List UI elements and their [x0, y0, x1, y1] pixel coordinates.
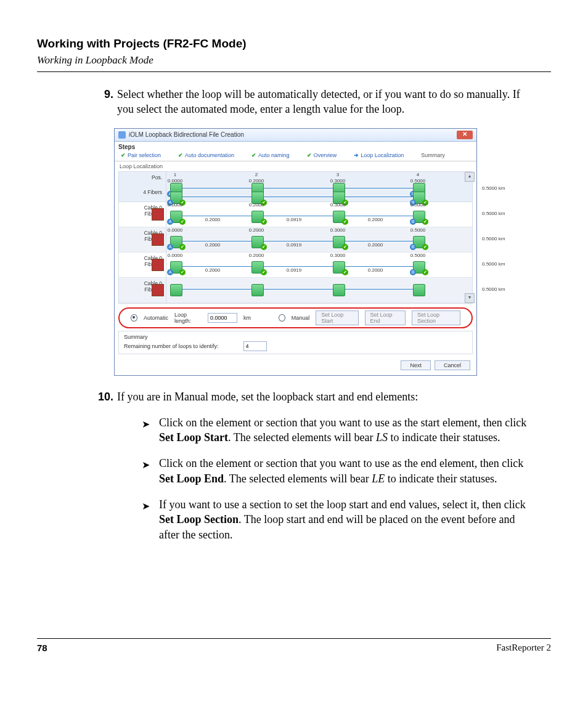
fiber-diagram: Pos. 4 Fibers 1 2 3 4 0.0000 0.2000 0.30…: [118, 171, 473, 304]
step-text: If you are in Manual mode, set the loopb…: [117, 391, 418, 403]
tab-pair-selection[interactable]: ✔Pair selection: [121, 152, 161, 158]
tab-overview[interactable]: ✔Overview: [307, 152, 337, 158]
tab-loop-localization[interactable]: ➔Loop Localization: [354, 152, 404, 158]
node-icon[interactable]: A✔: [170, 236, 182, 248]
header-label: Pos. 4 Fibers: [119, 172, 166, 201]
bullet-item: ➤ Click on the element or section that y…: [142, 415, 533, 445]
set-loop-start-button[interactable]: Set Loop Start: [316, 310, 358, 325]
tab-auto-naming[interactable]: ✔Auto naming: [251, 152, 290, 158]
close-button[interactable]: ✕: [457, 131, 473, 139]
node-icon[interactable]: B✔: [413, 236, 425, 248]
fiber-icon: [152, 284, 164, 296]
summary-box: Summary Remaining number of loops to ide…: [118, 331, 473, 354]
page-footer: 78 FastReporter 2: [37, 638, 551, 653]
titlebar: iOLM Loopback Bidirectional File Creatio…: [115, 129, 476, 142]
check-icon: ✔: [121, 152, 126, 158]
fiber-row[interactable]: Cable 0Fiber000.00000.20000.30000.5000A✔…: [119, 227, 472, 253]
header-rule: [37, 71, 551, 72]
tab-auto-documentation[interactable]: ✔Auto documentation: [178, 152, 234, 158]
set-loop-section-button[interactable]: Set Loop Section: [412, 310, 460, 325]
automatic-radio[interactable]: [131, 314, 137, 322]
app-icon: [118, 131, 126, 139]
bullet-marker-icon: ➤: [142, 458, 150, 472]
loop-controls-highlight: Automatic Loop length: km Manual Set Loo…: [118, 307, 473, 328]
scroll-down[interactable]: ▾: [465, 293, 475, 303]
node-icon[interactable]: ✔: [333, 236, 345, 248]
summary-label: Summary: [124, 334, 467, 340]
fiber-icon: [152, 208, 164, 221]
node-icon[interactable]: A✔: [170, 261, 182, 274]
manual-radio[interactable]: [279, 314, 285, 322]
bullet-list: ➤ Click on the element or section that y…: [142, 415, 533, 542]
header-body: 1 2 3 4 0.0000 0.2000 0.3000 0.5000 A B …: [166, 172, 472, 201]
node-icon[interactable]: B✔: [413, 211, 425, 223]
step-number: 10.: [94, 389, 117, 404]
wizard-tabs: ✔Pair selection ✔Auto documentation ✔Aut…: [115, 150, 476, 161]
row-label: Cable 0Fiber00: [119, 202, 166, 227]
step-number: 9.: [94, 87, 117, 102]
remaining-value[interactable]: [243, 341, 267, 351]
manual-label: Manual: [292, 315, 310, 321]
node-icon[interactable]: ✔: [251, 211, 264, 223]
node-icon[interactable]: ✔: [333, 211, 345, 223]
automatic-label: Automatic: [144, 315, 168, 321]
bullet-item: ➤ Click on the element or section that y…: [142, 456, 533, 486]
group-label: Loop Localization: [115, 161, 476, 171]
scroll-up[interactable]: ▴: [465, 172, 475, 182]
check-icon: ✔: [251, 152, 256, 158]
step-10: 10.If you are in Manual mode, set the lo…: [117, 389, 539, 404]
diagram-header: Pos. 4 Fibers 1 2 3 4 0.0000 0.2000 0.30…: [119, 172, 472, 202]
steps-header: Steps: [115, 142, 476, 150]
fiber-row[interactable]: Cable 0Fiber000.5000 km: [119, 278, 472, 303]
dialog-footer: Next Cancel: [115, 357, 476, 375]
node-icon[interactable]: B✔: [413, 261, 425, 274]
dialog-screenshot: iOLM Loopback Bidirectional File Creatio…: [114, 128, 477, 376]
chapter-title: Working with Projects (FR2-FC Mode): [37, 37, 551, 51]
step-9: 9.Select whether the loop will be automa…: [117, 87, 539, 117]
row-label: Cable 0Fiber00: [119, 278, 166, 302]
tab-summary[interactable]: Summary: [421, 152, 445, 158]
row-label: Cable 0Fiber00: [119, 227, 166, 252]
step-text: Select whether the loop will be automati…: [117, 88, 520, 115]
page-number: 78: [37, 643, 47, 653]
fiber-icon: [152, 233, 164, 246]
check-icon: ✔: [178, 152, 183, 158]
cancel-button[interactable]: Cancel: [435, 360, 470, 370]
arrow-icon: ➔: [354, 152, 359, 158]
set-loop-end-button[interactable]: Set Loop End: [365, 310, 406, 325]
row-label: Cable 0Fiber00: [119, 253, 166, 277]
fiber-icon: [152, 259, 164, 271]
loop-length-label: Loop length:: [174, 312, 202, 324]
node-icon[interactable]: ✔: [333, 261, 345, 274]
remaining-label: Remaining number of loops to identify:: [124, 343, 219, 349]
next-button[interactable]: Next: [401, 360, 431, 370]
unit-label: km: [243, 315, 251, 321]
node-icon[interactable]: ✔: [251, 236, 264, 248]
node-icon[interactable]: [170, 284, 182, 296]
bullet-item: ➤ If you want to use a section to set th…: [142, 497, 533, 542]
node-icon[interactable]: [333, 284, 345, 296]
dialog-title: iOLM Loopback Bidirectional File Creatio…: [129, 131, 244, 138]
fiber-row[interactable]: Cable 0Fiber000.00000.20000.30000.5000A✔…: [119, 202, 472, 227]
section-title: Working in Loopback Mode: [37, 54, 551, 67]
node-icon[interactable]: A✔: [170, 211, 182, 223]
fiber-row[interactable]: Cable 0Fiber000.00000.20000.30000.5000A✔…: [119, 253, 472, 278]
node-icon[interactable]: [413, 284, 425, 296]
loop-length-input[interactable]: [208, 313, 237, 323]
node-icon[interactable]: ✔: [251, 261, 264, 274]
bullet-marker-icon: ➤: [142, 418, 150, 431]
check-icon: ✔: [307, 152, 312, 158]
node-icon[interactable]: [251, 284, 264, 296]
bullet-marker-icon: ➤: [142, 500, 150, 513]
product-name: FastReporter 2: [496, 643, 551, 653]
